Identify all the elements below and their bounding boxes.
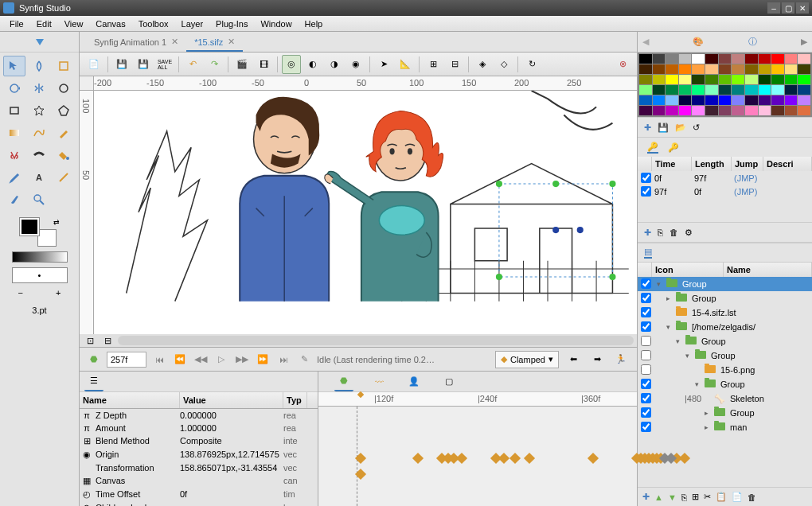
palette-color[interactable] xyxy=(639,64,652,74)
layer-row[interactable]: ▾Group xyxy=(638,277,812,291)
layer-row[interactable]: 🦴Skeleton xyxy=(638,391,812,406)
palette-color[interactable] xyxy=(785,64,798,74)
palette-color[interactable] xyxy=(798,75,810,84)
seek-prev-kf-button[interactable]: ⏪ xyxy=(172,352,188,368)
palette-color[interactable] xyxy=(745,64,758,74)
delete-layer-button[interactable]: 🗑 xyxy=(748,492,756,502)
onion-skin-button[interactable]: ◎ xyxy=(282,55,301,74)
expand-toggle[interactable]: ▾ xyxy=(676,337,685,345)
layers-tab[interactable]: ▤ xyxy=(644,247,652,259)
palette-color[interactable] xyxy=(732,85,744,95)
palette-color[interactable] xyxy=(639,106,652,115)
menu-toolbox[interactable]: Toolbox xyxy=(132,18,175,30)
zoom-tool[interactable] xyxy=(28,189,50,210)
palette-color[interactable] xyxy=(705,64,718,74)
add-color-button[interactable]: ✚ xyxy=(644,123,651,133)
palette-color[interactable] xyxy=(759,85,771,95)
layers-col-icon[interactable]: Icon xyxy=(652,263,724,277)
spline-tool[interactable] xyxy=(28,123,50,143)
palette-color[interactable] xyxy=(719,106,732,115)
sketch-tool[interactable] xyxy=(53,167,75,188)
palette-color[interactable] xyxy=(653,95,666,105)
document-tab[interactable]: Synfig Animation 1✕ xyxy=(86,33,186,52)
palette-color[interactable] xyxy=(679,95,692,105)
bg-color[interactable] xyxy=(37,229,57,247)
palette-color[interactable] xyxy=(639,54,652,64)
layer-visible-checkbox[interactable] xyxy=(641,422,651,432)
increase-button[interactable]: + xyxy=(56,288,61,298)
palette-color[interactable] xyxy=(719,85,732,95)
palette-color[interactable] xyxy=(679,106,692,115)
refresh-button[interactable]: ↻ xyxy=(522,55,541,74)
palette-color[interactable] xyxy=(666,54,678,64)
info-icon[interactable]: ⓘ xyxy=(748,36,757,48)
curves-tab[interactable]: 〰 xyxy=(369,372,388,391)
circle-tool[interactable] xyxy=(53,78,75,99)
smooth-move-tool[interactable] xyxy=(28,56,50,76)
default-palette-button[interactable]: ↺ xyxy=(693,123,700,133)
loop-button[interactable]: ✎ xyxy=(296,352,312,368)
palette-color[interactable] xyxy=(771,106,784,115)
palette-color[interactable] xyxy=(666,85,678,95)
save-as-button[interactable]: 💾 xyxy=(134,55,153,74)
fg-color[interactable] xyxy=(20,218,39,235)
params-col-type[interactable]: Typ xyxy=(283,392,307,408)
expand-toggle[interactable]: ▾ xyxy=(657,280,666,288)
polygon-tool[interactable] xyxy=(53,100,75,121)
palette-color[interactable] xyxy=(759,95,771,105)
palette-color[interactable] xyxy=(679,85,692,95)
palette-color[interactable] xyxy=(798,85,810,95)
expand-toggle[interactable]: ▾ xyxy=(685,352,695,360)
palette-color[interactable] xyxy=(771,85,784,95)
rotate-tool[interactable] xyxy=(3,78,25,99)
color-selector[interactable]: ⇄ xyxy=(20,218,60,247)
layer-row[interactable]: ▾Group xyxy=(638,334,812,348)
menu-view[interactable]: View xyxy=(58,18,90,30)
guides-button[interactable]: ◈ xyxy=(473,55,492,74)
palette-color[interactable] xyxy=(745,54,758,64)
close-button[interactable]: ✕ xyxy=(796,2,809,14)
layer-visible-checkbox[interactable] xyxy=(641,364,651,375)
zoom-100-button[interactable]: ⊟ xyxy=(100,335,115,346)
params-tab-icon[interactable]: ☰ xyxy=(84,372,103,391)
timeline-ruler[interactable]: |120f|240f|360f|480 xyxy=(318,392,637,407)
palette-color[interactable] xyxy=(666,95,678,105)
layer-row[interactable]: ▾Group xyxy=(638,377,812,391)
menu-file[interactable]: File xyxy=(3,18,30,30)
transform-tool[interactable] xyxy=(3,56,25,76)
keyframe-tab[interactable]: 🔑 xyxy=(647,142,658,154)
palette-color[interactable] xyxy=(719,64,732,74)
palette-color[interactable] xyxy=(679,54,692,64)
layer-row[interactable]: 15-6.png xyxy=(638,363,812,377)
palette-color[interactable] xyxy=(785,85,798,95)
timeline-tracks[interactable] xyxy=(318,407,637,506)
palette-color[interactable] xyxy=(692,64,705,74)
layer-visible-checkbox[interactable] xyxy=(641,336,651,346)
layer-visible-checkbox[interactable] xyxy=(641,350,651,360)
gradient-selector[interactable] xyxy=(12,251,68,263)
menu-plug-ins[interactable]: Plug-Ins xyxy=(209,18,254,30)
preview-button[interactable]: 🎞 xyxy=(254,55,273,74)
layer-row[interactable]: ▾[/home/zelgadis/ xyxy=(638,320,812,334)
palette-color[interactable] xyxy=(732,106,744,115)
seek-start-button[interactable]: ⏮ xyxy=(151,352,167,368)
param-row[interactable]: ⟳Children Lockboo xyxy=(80,501,318,506)
brush-tool[interactable] xyxy=(3,189,25,210)
timetrack-tab[interactable]: ⬣ xyxy=(334,372,353,391)
palette-color[interactable] xyxy=(732,95,744,105)
expand-toggle[interactable]: ▸ xyxy=(705,409,714,417)
keyframe-row[interactable]: 97f0f(JMP) xyxy=(638,185,812,198)
palette-color[interactable] xyxy=(785,95,798,105)
palette-color[interactable] xyxy=(679,75,692,84)
palette-color[interactable] xyxy=(705,54,718,64)
grid-button[interactable]: ⊞ xyxy=(424,55,443,74)
layer-visible-checkbox[interactable] xyxy=(641,379,651,389)
canvas[interactable] xyxy=(94,91,637,334)
palette-color[interactable] xyxy=(759,106,771,115)
palette-color[interactable] xyxy=(732,75,744,84)
palette-color[interactable] xyxy=(653,64,666,74)
star-tool[interactable] xyxy=(28,100,50,121)
palette-color[interactable] xyxy=(771,64,784,74)
save-palette-button[interactable]: 💾 xyxy=(658,123,669,133)
undo-button[interactable]: ↶ xyxy=(183,55,202,74)
